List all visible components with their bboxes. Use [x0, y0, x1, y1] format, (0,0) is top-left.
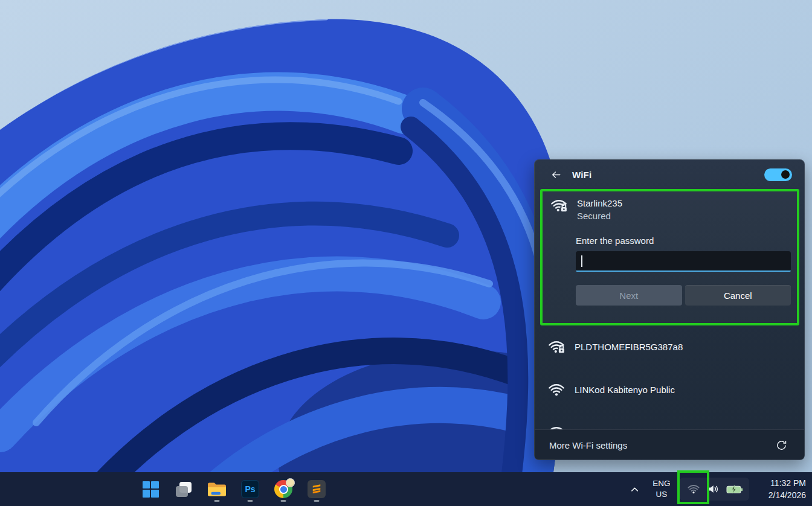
wifi-flyout-panel: WiFi — [534, 159, 805, 460]
wifi-lock-icon — [547, 338, 566, 356]
network-row-linkod[interactable]: LINKod Kabitenyo Public — [535, 368, 804, 411]
wifi-icon — [547, 381, 566, 399]
chrome-icon — [274, 480, 292, 498]
windows-logo-icon — [143, 481, 159, 498]
text-caret — [581, 255, 582, 267]
task-view-icon — [175, 481, 193, 498]
wifi-icon — [686, 482, 701, 496]
selected-network-text: Starlink235 Secured — [577, 197, 622, 222]
chevron-up-icon — [630, 484, 640, 495]
refresh-button[interactable] — [773, 437, 790, 454]
back-button[interactable] — [547, 165, 565, 184]
folder-icon — [207, 481, 227, 498]
file-explorer-button[interactable] — [205, 475, 229, 504]
toggle-knob — [781, 170, 790, 179]
language-line1: ENG — [648, 478, 675, 489]
language-line2: US — [648, 489, 675, 500]
language-indicator[interactable]: ENG US — [648, 476, 675, 502]
photoshop-button[interactable]: Ps — [238, 475, 262, 504]
battery-charging-icon — [726, 484, 743, 495]
password-prompt-label: Enter the password — [576, 235, 788, 246]
speaker-icon — [707, 484, 720, 495]
network-status: Secured — [577, 210, 622, 222]
network-row-pldthome[interactable]: PLDTHOMEFIBR5G387a8 — [535, 325, 804, 368]
back-arrow-icon — [550, 169, 562, 181]
network-name: Starlink235 — [577, 197, 622, 210]
photoshop-label: Ps — [245, 484, 255, 494]
taskbar-clock[interactable]: 11:32 PM 2/14/2026 — [754, 477, 806, 502]
wifi-password-input[interactable] — [576, 251, 791, 271]
highlighted-password-section: Starlink235 Secured Enter the password N… — [540, 189, 799, 325]
running-indicator — [314, 500, 320, 502]
next-button[interactable]: Next — [576, 285, 682, 306]
desktop: WiFi — [0, 0, 812, 506]
wifi-network-list: PLDTHOMEFIBR5G387a8 LINKod Kabitenyo Pub… — [535, 325, 804, 429]
wifi-panel-header: WiFi — [535, 160, 804, 189]
running-indicator — [281, 500, 286, 502]
taskbar-app-icons: Ps — [138, 472, 329, 506]
network-name: PLDTHOMEFIBR5G387a8 — [575, 341, 683, 354]
running-indicator — [214, 500, 220, 502]
sublime-text-icon — [308, 480, 326, 498]
quick-settings-button[interactable] — [680, 478, 749, 501]
wifi-toggle[interactable] — [764, 168, 792, 181]
chrome-profile-badge — [286, 478, 295, 487]
clock-time: 11:32 PM — [754, 477, 806, 489]
refresh-icon — [775, 439, 788, 452]
chrome-button[interactable] — [271, 475, 295, 504]
sublime-text-button[interactable] — [304, 475, 329, 504]
wifi-lock-icon — [550, 197, 568, 215]
running-indicator — [248, 500, 253, 502]
password-field-wrap — [576, 251, 791, 272]
start-button[interactable] — [138, 475, 163, 504]
photoshop-icon: Ps — [241, 480, 259, 498]
clock-date: 2/14/2026 — [754, 489, 806, 501]
system-tray: ENG US — [624, 472, 812, 506]
network-name: LINKod Kabitenyo Public — [575, 383, 675, 397]
cancel-button[interactable]: Cancel — [685, 285, 791, 306]
wifi-icon — [547, 424, 566, 430]
task-view-button[interactable] — [172, 475, 196, 504]
panel-title: WiFi — [572, 170, 591, 180]
selected-network-row[interactable]: Starlink235 Secured — [550, 197, 788, 222]
taskbar: Ps — [0, 472, 812, 506]
network-row-xiaomi[interactable]: Xiaomi 0DEA-7305 — [535, 411, 804, 429]
password-buttons-row: Next Cancel — [576, 285, 791, 306]
more-wifi-settings-link[interactable]: More Wi-Fi settings — [549, 440, 627, 450]
tray-overflow-button[interactable] — [624, 479, 645, 499]
tray-wifi-wrap — [686, 481, 701, 497]
network-name: Xiaomi 0DEA-7305 — [575, 426, 652, 429]
wifi-panel-footer: More Wi-Fi settings — [535, 429, 804, 460]
